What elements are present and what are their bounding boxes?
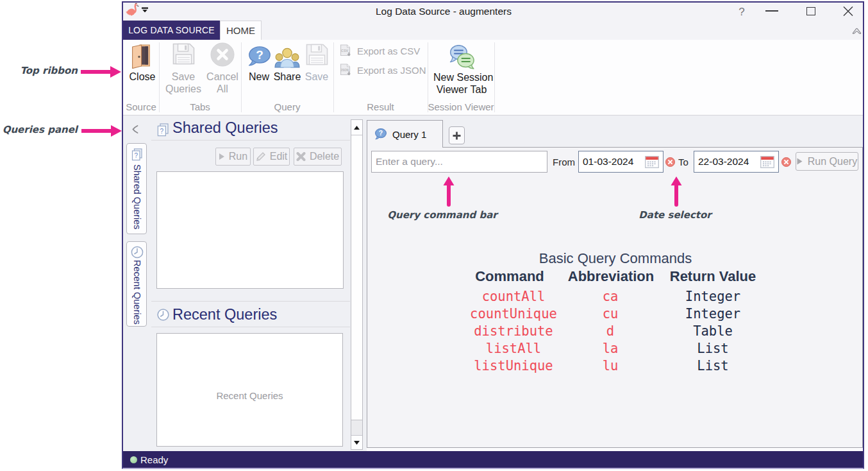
ribbon-separator [494,42,495,112]
maximize-button[interactable] [806,7,815,15]
commands-table-title: Basic Query Commands [487,250,744,267]
recent-queries-placeholder: Recent Queries [157,390,342,401]
collapse-panel-icon[interactable] [131,124,140,134]
svg-text:?: ? [379,129,383,137]
annotation-date-selector: Date selector [611,209,739,221]
recent-queries-tab-icon [131,246,144,259]
save-queries-floppy-icon [172,43,195,65]
export-csv-icon: CSV [340,44,353,57]
export-json-label: Export as JSON [357,65,426,76]
minimize-button[interactable] [765,10,778,12]
from-date-value: 01-03-2024 [579,156,645,167]
scrollbar-up-button[interactable] [351,120,362,135]
close-source-label: Close [127,71,158,83]
save-query-label: Save [304,71,330,83]
to-calendar-icon[interactable] [760,156,774,168]
new-query-label: New [246,71,272,83]
clear-x-icon [784,160,789,164]
annotation-queries-panel: Queries panel [0,124,78,135]
run-shared-query-button[interactable]: Run [215,148,251,166]
shared-queries-tab-icon: ? [131,148,143,161]
run-query-label: Run Query [808,156,857,167]
save-query-button[interactable]: Save [304,41,330,83]
svg-text:?: ? [134,152,138,159]
ribbon-group-label-session-viewer: Session Viewer [428,101,494,112]
export-csv-label: Export as CSV [357,46,420,56]
new-query-button[interactable]: ? New [246,41,272,83]
from-calendar-icon[interactable] [645,156,659,168]
close-source-button[interactable]: Close [127,41,158,83]
svg-text:?: ? [160,128,164,135]
cancel-all-icon [210,42,235,67]
ribbon-group-label-result: Result [333,101,428,112]
export-json-button[interactable]: JSON Export as JSON [338,63,428,78]
ribbon-group-label-source: Source [123,101,159,112]
recent-queries-tab-label: Recent Queries [132,260,142,325]
clear-to-date-button[interactable] [781,157,791,167]
edit-pencil-icon [256,151,266,162]
export-csv-button[interactable]: CSV Export as CSV [338,44,422,59]
close-window-button[interactable] [843,6,853,16]
shared-queries-title: Shared Queries [172,119,278,137]
scroll-up-icon [354,126,360,130]
svg-text:CSV: CSV [341,49,348,53]
sidebar-tab-recent-queries[interactable]: Recent Queries [126,241,147,327]
scroll-down-icon [354,441,360,445]
from-date-input[interactable]: 01-03-2024 [578,151,664,173]
edit-label: Edit [270,151,288,162]
tab-home[interactable]: HOME [220,21,262,40]
ribbon-group-label-query: Query [241,101,333,112]
table-cell: Table [649,323,777,340]
sidebar-scrollbar[interactable] [351,119,363,450]
help-button[interactable]: ? [736,6,747,19]
delete-x-icon [296,152,306,161]
clear-from-date-button[interactable] [665,157,675,167]
query-tab-bubble-icon: ? [374,128,387,140]
shared-queries-list[interactable] [156,171,344,289]
run-query-play-icon [797,158,803,165]
app-logo-flamingo-icon[interactable] [126,3,140,17]
edit-shared-query-button[interactable]: Edit [253,148,290,166]
annotation-arrow-up [443,176,455,207]
table-cell: Integer [649,288,777,305]
shared-queries-header-icon: ? [157,123,169,137]
tab-query-1[interactable]: ? Query 1 [367,120,443,148]
status-ready-icon [130,456,137,463]
clear-x-icon [668,160,672,164]
cancel-all-label: CancelAll [203,71,242,95]
quick-access-dropdown-icon[interactable] [141,7,149,13]
add-query-tab-button[interactable] [449,126,465,144]
new-session-viewer-button[interactable]: New SessionViewer Tab [433,41,490,95]
collapse-ribbon-icon[interactable] [852,28,862,35]
cancel-all-button[interactable]: CancelAll [205,41,240,95]
run-label: Run [229,151,247,162]
svg-text:?: ? [256,48,263,62]
file-tab-label: LOG DATA SOURCE [128,25,215,35]
page: Log Data Source - augmenters ? LOG DATA … [0,0,868,471]
new-query-bubble-icon: ? [247,46,271,68]
recent-queries-list[interactable]: Recent Queries [156,333,343,447]
delete-shared-query-button[interactable]: Delete [294,148,342,166]
annotation-arrow-up [671,176,682,207]
query-tab-label: Query 1 [392,129,426,140]
save-queries-button[interactable]: SaveQueries [165,41,201,95]
shared-queries-tab-label: Shared Queries [132,164,142,230]
scrollbar-track[interactable] [351,420,362,435]
window-title: Log Data Source - augmenters [376,6,512,17]
share-query-button[interactable]: Share [273,41,301,83]
tab-log-data-source[interactable]: LOG DATA SOURCE [123,21,220,40]
save-queries-label: SaveQueries [162,71,205,95]
scrollbar-thumb[interactable] [351,135,362,420]
from-label: From [553,157,575,167]
save-query-floppy-icon [306,44,328,65]
scrollbar-down-button[interactable] [351,435,362,449]
query-input[interactable]: Enter a query... [371,151,547,173]
run-query-button[interactable]: Run Query [796,152,858,171]
run-icon [219,153,225,160]
to-date-input[interactable]: 22-03-2024 [694,151,779,173]
sidebar-tab-shared-queries[interactable]: ? Shared Queries [126,143,147,234]
divider [151,140,350,141]
commands-header-return-value: Return Value [649,268,777,285]
annotation-arrow-right [81,65,122,79]
query-input-placeholder: Enter a query... [376,156,443,167]
